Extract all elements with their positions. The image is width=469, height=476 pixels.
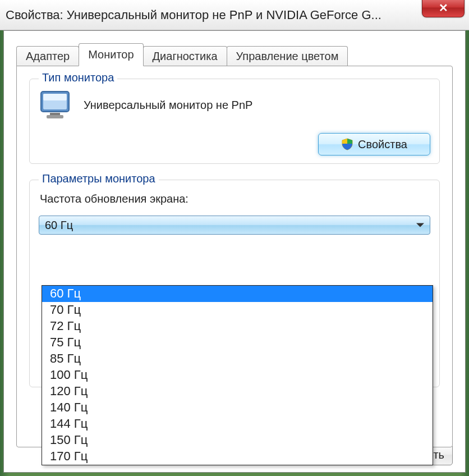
monitor-type-group: Тип монитора Универсальный монитор не Pn… — [29, 79, 440, 164]
refresh-rate-option[interactable]: 60 Гц — [42, 286, 433, 302]
monitor-icon — [39, 89, 73, 121]
refresh-rate-option[interactable]: 72 Гц — [42, 318, 433, 335]
tab-monitor[interactable]: Монитор — [79, 43, 143, 66]
refresh-rate-option[interactable]: 75 Гц — [42, 335, 433, 351]
svg-rect-3 — [50, 113, 60, 115]
refresh-rate-option[interactable]: 150 Гц — [42, 432, 433, 448]
refresh-rate-option[interactable]: 170 Гц — [42, 448, 433, 465]
refresh-rate-label: Частота обновления экрана: — [40, 193, 430, 205]
refresh-rate-selected: 60 Гц — [45, 219, 73, 232]
close-icon: ✕ — [439, 1, 448, 15]
refresh-rate-option[interactable]: 144 Гц — [42, 416, 433, 432]
refresh-rate-option[interactable]: 70 Гц — [42, 302, 433, 318]
tab-adapter[interactable]: Адаптер — [16, 46, 79, 66]
close-button[interactable]: ✕ — [422, 0, 465, 17]
shield-icon — [341, 138, 353, 150]
refresh-rate-option[interactable]: 140 Гц — [42, 400, 433, 416]
properties-button-label: Свойства — [358, 138, 407, 151]
refresh-rate-option[interactable]: 85 Гц — [42, 351, 433, 367]
refresh-rate-option[interactable]: 100 Гц — [42, 367, 433, 383]
tab-body: Тип монитора Универсальный монитор не Pn… — [16, 66, 453, 447]
chevron-down-icon — [416, 223, 424, 227]
monitor-params-group-title: Параметры монитора — [39, 172, 159, 185]
monitor-name: Универсальный монитор не PnP — [84, 99, 252, 112]
svg-rect-2 — [43, 94, 67, 100]
titlebar: Свойства: Универсальный монитор не PnP и… — [0, 0, 469, 30]
tab-color-management[interactable]: Управление цветом — [227, 46, 348, 66]
refresh-rate-option[interactable]: 120 Гц — [42, 383, 433, 400]
tabstrip: Адаптер Монитор Диагностика Управление ц… — [16, 43, 453, 66]
refresh-rate-combobox[interactable]: 60 Гц — [39, 216, 430, 235]
monitor-type-group-title: Тип монитора — [39, 71, 117, 84]
window-title: Свойства: Универсальный монитор не PnP и… — [6, 8, 469, 22]
refresh-rate-dropdown[interactable]: 60 Гц70 Гц72 Гц75 Гц85 Гц100 Гц120 Гц140… — [42, 285, 433, 465]
svg-rect-4 — [47, 115, 63, 118]
properties-button[interactable]: Свойства — [318, 133, 430, 155]
tab-diagnostics[interactable]: Диагностика — [143, 46, 227, 66]
